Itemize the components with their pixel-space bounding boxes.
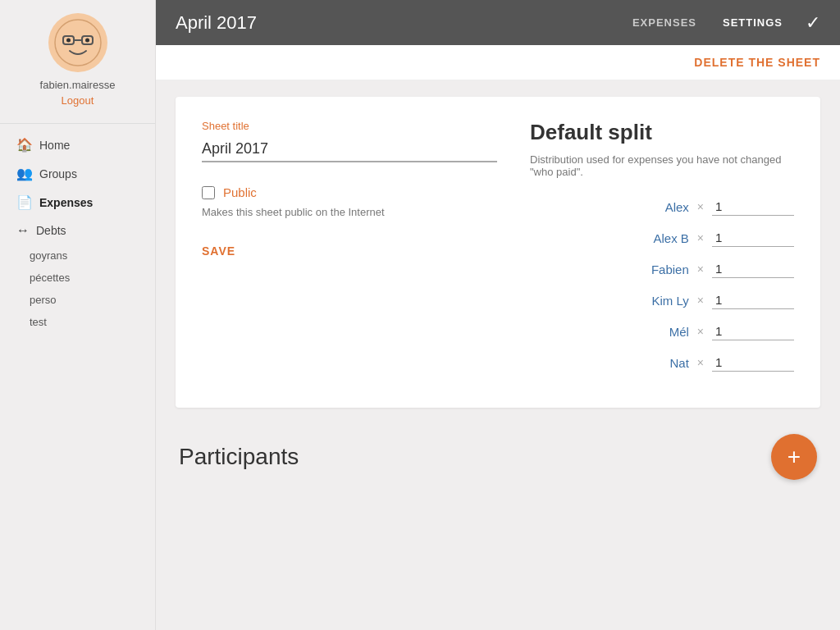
page-content: Sheet title Public Makes this sheet publ… <box>156 80 840 496</box>
username-label: fabien.mairesse <box>40 79 116 91</box>
delete-sheet-button[interactable]: DELETE THE SHEET <box>694 56 820 69</box>
split-row: Fabien × <box>530 260 794 278</box>
sidebar-sub-item-pecettes[interactable]: pécettes <box>0 267 155 289</box>
svg-point-5 <box>85 39 89 43</box>
split-value-input[interactable] <box>712 322 794 340</box>
split-value-input[interactable] <box>712 291 794 309</box>
public-checkbox[interactable] <box>202 186 215 199</box>
default-split-title: Default split <box>530 120 794 145</box>
sidebar-item-home-label: Home <box>39 139 70 152</box>
split-multiplier-icon: × <box>697 231 704 244</box>
groups-icon: 👥 <box>16 166 33 181</box>
split-participant-name: Fabien <box>640 262 689 276</box>
settings-nav-link[interactable]: SETTINGS <box>710 16 796 29</box>
sidebar-item-debts-label: Debts <box>36 224 66 237</box>
split-multiplier-icon: × <box>697 356 704 369</box>
split-multiplier-icon: × <box>697 325 704 338</box>
split-row: Nat × <box>530 354 794 372</box>
split-row: Alex B × <box>530 229 794 247</box>
debts-icon: ↔ <box>16 223 30 238</box>
split-row: Mél × <box>530 322 794 340</box>
sidebar-sub-item-perso[interactable]: perso <box>0 289 155 311</box>
sidebar-sub-item-test[interactable]: test <box>0 311 155 333</box>
split-participant-name: Mél <box>640 325 689 339</box>
top-nav: April 2017 EXPENSES SETTINGS ✓ <box>156 0 840 45</box>
split-rows-container: Alex × Alex B × Fabien × Kim Ly × Mél × … <box>530 198 794 372</box>
split-multiplier-icon: × <box>697 294 704 307</box>
sheet-title-label: Sheet title <box>202 120 497 132</box>
sidebar-item-expenses-label: Expenses <box>39 196 93 209</box>
save-button[interactable]: SAVE <box>202 244 235 258</box>
split-value-input[interactable] <box>712 260 794 278</box>
home-icon: 🏠 <box>16 137 33 153</box>
participants-section: Participants + <box>176 434 820 480</box>
split-row: Alex × <box>530 198 794 216</box>
sidebar-item-groups[interactable]: 👥 Groups <box>0 159 155 188</box>
add-participant-button[interactable]: + <box>771 434 817 480</box>
svg-point-0 <box>55 20 101 66</box>
sheet-title-nav: April 2017 <box>176 12 619 34</box>
logout-button[interactable]: Logout <box>62 94 94 107</box>
sidebar-item-debts[interactable]: ↔ Debts <box>0 217 155 244</box>
sidebar-sub-item-goyrans[interactable]: goyrans <box>0 244 155 267</box>
split-participant-name: Alex <box>640 200 689 214</box>
expenses-nav-link[interactable]: EXPENSES <box>619 16 710 29</box>
split-multiplier-icon: × <box>697 200 704 213</box>
split-row: Kim Ly × <box>530 291 794 309</box>
expenses-icon: 📄 <box>16 194 33 210</box>
sheet-title-input[interactable] <box>202 137 497 162</box>
split-value-input[interactable] <box>712 229 794 247</box>
main-content: April 2017 EXPENSES SETTINGS ✓ DELETE TH… <box>156 0 840 630</box>
split-multiplier-icon: × <box>697 262 704 276</box>
sidebar: fabien.mairesse Logout 🏠 Home 👥 Groups 📄… <box>0 0 156 630</box>
avatar <box>48 13 107 72</box>
sidebar-item-expenses[interactable]: 📄 Expenses <box>0 188 155 217</box>
public-description: Makes this sheet public on the Internet <box>202 206 497 218</box>
participants-title: Participants <box>179 444 299 470</box>
delete-bar: DELETE THE SHEET <box>156 45 840 80</box>
settings-card: Sheet title Public Makes this sheet publ… <box>176 97 820 408</box>
svg-point-4 <box>66 39 71 43</box>
public-row: Public <box>202 185 497 199</box>
split-participant-name: Alex B <box>640 231 689 245</box>
split-value-input[interactable] <box>712 198 794 216</box>
settings-right-panel: Default split Distribution used for expe… <box>530 120 794 385</box>
default-split-description: Distribution used for expenses you have … <box>530 153 794 178</box>
sidebar-item-groups-label: Groups <box>39 167 77 180</box>
public-label: Public <box>223 185 257 199</box>
split-participant-name: Kim Ly <box>640 294 689 308</box>
settings-left-panel: Sheet title Public Makes this sheet publ… <box>202 120 497 385</box>
checkmark-button[interactable]: ✓ <box>796 12 820 34</box>
split-participant-name: Nat <box>640 356 689 370</box>
sidebar-item-home[interactable]: 🏠 Home <box>0 130 155 159</box>
split-value-input[interactable] <box>712 354 794 372</box>
